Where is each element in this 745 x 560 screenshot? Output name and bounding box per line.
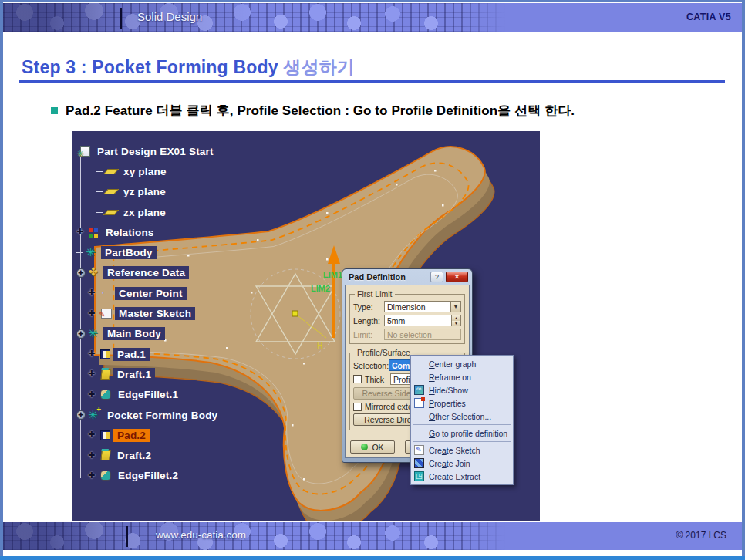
expander-icon[interactable] [88, 349, 97, 359]
menu-item-center-graph[interactable]: Center graph [411, 357, 513, 370]
mirrored-extent-checkbox[interactable] [353, 403, 362, 411]
slide: Solid Design CATIA V5 Step 3 : Pocket Fo… [0, 0, 745, 560]
menu-separator [413, 424, 511, 425]
specification-tree: Part Design EX01 Start xy plane yz plane… [76, 141, 221, 486]
catia-viewport[interactable]: H LIM1 LIM2 [72, 131, 540, 521]
limit-input: No selection [384, 329, 461, 340]
lesson-tag: Solid Design [137, 10, 202, 23]
selection-label: Selection: [353, 361, 389, 370]
tree-item-draft1[interactable]: Draft.1 [88, 364, 221, 384]
expander-icon[interactable] [88, 369, 97, 379]
fillet-icon [100, 471, 111, 481]
thick-label: Thick [365, 375, 384, 384]
body-icon [88, 410, 100, 421]
axis-h-label: H [317, 342, 322, 350]
expander-icon[interactable] [76, 410, 86, 420]
expander-icon[interactable] [88, 451, 97, 460]
slide-border [0, 556, 745, 560]
expander-icon[interactable] [76, 329, 86, 339]
expander-icon[interactable] [76, 228, 86, 237]
geometrical-set-icon [88, 267, 100, 278]
body-icon [88, 328, 100, 339]
tree-item-pocket-forming-body[interactable]: Pocket Forming Body [76, 405, 221, 425]
type-select[interactable]: Dimension [384, 301, 451, 312]
create-extract-icon [414, 471, 424, 481]
lim2-label: LIM2 [311, 284, 330, 293]
menu-item-properties[interactable]: Properties [411, 396, 513, 410]
relations-icon [88, 228, 99, 238]
length-spinner[interactable]: ▲▼ [452, 315, 461, 326]
tree-item-draft2[interactable]: Draft.2 [88, 445, 221, 465]
thick-checkbox[interactable] [353, 375, 362, 383]
tree-item-edgefillet2[interactable]: EdgeFillet.2 [88, 466, 221, 486]
lim1-label: LIM1 [323, 270, 342, 279]
page-title: Step 3 : Pocket Forming Body 생성하기 [22, 56, 355, 79]
expander-icon[interactable] [88, 309, 97, 319]
help-button[interactable]: ? [430, 272, 443, 282]
type-label: Type: [353, 302, 384, 312]
length-label: Length: [353, 316, 384, 326]
bullet-text: Pad.2 Feature 더블 클릭 후, Profile Selection… [66, 102, 575, 120]
tree-item-relations[interactable]: Relations [76, 222, 221, 242]
title-underline [19, 80, 725, 83]
dialog-titlebar[interactable]: Pad Definition ? ✕ [345, 269, 470, 285]
brand-label: CATIA V5 [686, 12, 731, 22]
plane-icon [103, 189, 119, 194]
bullet-square-icon [51, 107, 58, 114]
footer-site: www.edu-catia.com [156, 529, 246, 541]
expander-icon[interactable] [88, 430, 97, 440]
pad-icon [100, 349, 110, 359]
draft-icon [100, 450, 110, 460]
footer-copyright: © 2017 LCS [676, 530, 726, 541]
tree-item-xy-plane[interactable]: xy plane [96, 161, 221, 181]
hide-show-icon [414, 385, 424, 395]
plane-icon [103, 169, 119, 174]
slide-border [742, 0, 745, 560]
chevron-down-icon[interactable]: ▼ [451, 301, 461, 312]
ok-button[interactable]: OK [350, 440, 395, 454]
sketch-origin-point [292, 311, 298, 316]
dialog-title: Pad Definition [349, 272, 430, 282]
expander-icon[interactable] [88, 288, 97, 298]
ok-dot-icon [361, 444, 368, 450]
header-pattern [3, 3, 742, 32]
page-title-main: Step 3 : Pocket Forming Body [22, 57, 283, 77]
expander-icon[interactable] [88, 471, 97, 481]
pad-icon [100, 430, 110, 440]
tree-item-master-sketch[interactable]: Master Sketch [88, 303, 221, 323]
tree-item-yz-plane[interactable]: yz plane [96, 182, 221, 202]
expander-icon[interactable] [76, 268, 86, 278]
menu-item-hide-show[interactable]: Hide/Show [411, 383, 513, 396]
tree-item-part-design-ex01-start[interactable]: Part Design EX01 Start [79, 141, 221, 161]
menu-item-other-selection[interactable]: Other Selection... [411, 410, 513, 423]
tree-item-center-point[interactable]: Center Point [88, 283, 221, 303]
page-title-korean: 생성하기 [283, 57, 355, 77]
menu-item-reframe-on[interactable]: Reframe on [411, 370, 513, 383]
menu-item-create-extract[interactable]: Create Extract [411, 470, 513, 483]
context-menu: Center graph Reframe on Hide/Show Proper… [410, 355, 514, 485]
tree-item-pad2[interactable]: Pad.2 [88, 425, 221, 445]
footer-bar: www.edu-catia.com © 2017 LCS [3, 522, 742, 550]
draft-icon [100, 369, 110, 380]
tree-item-zx-plane[interactable]: zx plane [96, 202, 221, 222]
header-bar: Solid Design CATIA V5 [3, 3, 742, 32]
footer-pattern [3, 522, 742, 550]
tree-item-main-body[interactable]: Main Body [76, 324, 221, 344]
body-icon [86, 247, 98, 258]
menu-item-create-sketch[interactable]: Create Sketch [411, 444, 513, 457]
length-input[interactable]: 5mm [384, 315, 452, 326]
menu-item-create-join[interactable]: Create Join [411, 457, 513, 470]
tree-item-partbody[interactable]: PartBody [76, 242, 221, 262]
expander-icon[interactable] [88, 390, 97, 400]
tree-item-pad1[interactable]: Pad.1 [88, 344, 221, 364]
slide-border [0, 0, 745, 2]
tree-item-reference-data[interactable]: Reference Data [76, 263, 221, 283]
header-divider [120, 8, 122, 29]
tree-item-edgefillet1[interactable]: EdgeFillet.1 [88, 385, 221, 405]
fillet-icon [100, 390, 111, 400]
footer-divider [126, 526, 128, 547]
close-icon[interactable]: ✕ [446, 272, 468, 282]
slide-border [0, 0, 3, 560]
create-join-icon [414, 458, 424, 468]
menu-item-go-to-profile-definition[interactable]: Go to profile definition [411, 427, 513, 440]
